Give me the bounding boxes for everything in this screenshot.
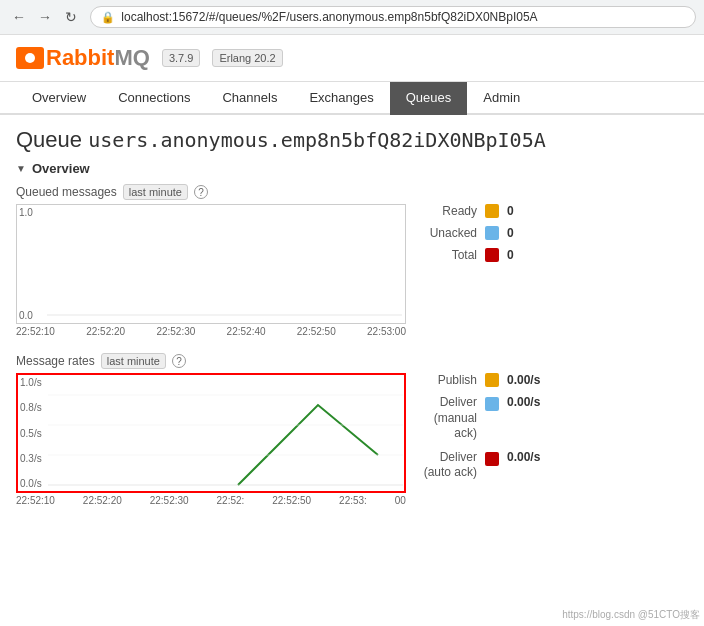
rate-x-label-2: 22:52:30	[150, 495, 189, 506]
message-rates-label: Message rates	[16, 354, 95, 368]
legend-publish-label: Publish	[422, 373, 477, 387]
x-label-0: 22:52:10	[16, 326, 55, 337]
version-badge: 3.7.9	[162, 49, 200, 67]
tab-connections[interactable]: Connections	[102, 82, 206, 115]
y-label-1: 0.8/s	[20, 402, 42, 413]
browser-chrome: ← → ↻ 🔒 localhost:15672/#/queues/%2F/use…	[0, 0, 704, 35]
tab-channels[interactable]: Channels	[206, 82, 293, 115]
queued-messages-chart-area: 1.0 0.0 22:52:10 22:52:20 22:52:30 22:52…	[16, 204, 688, 337]
back-button[interactable]: ←	[8, 6, 30, 28]
legend-deliver-auto-color	[485, 452, 499, 466]
rmq-logo: RabbitMQ	[16, 45, 150, 71]
url-text: localhost:15672/#/queues/%2F/users.anony…	[121, 10, 537, 24]
tab-queues[interactable]: Queues	[390, 82, 468, 115]
y-label-0: 1.0/s	[20, 377, 42, 388]
tab-exchanges[interactable]: Exchanges	[293, 82, 389, 115]
queue-name: users.anonymous.emp8n5bfQ82iDX0NBpI05A	[88, 128, 546, 152]
queued-messages-section: Queued messages last minute ? 1.0 0.0 2	[16, 184, 688, 337]
legend-total-label: Total	[422, 248, 477, 262]
legend-total-color	[485, 248, 499, 262]
message-rates-y-labels: 1.0/s 0.8/s 0.5/s 0.3/s 0.0/s	[20, 375, 42, 491]
rate-x-label-6: 00	[395, 495, 406, 506]
legend-ready-value: 0	[507, 204, 547, 218]
message-rates-x-labels: 22:52:10 22:52:20 22:52:30 22:52: 22:52:…	[16, 495, 406, 506]
browser-nav: ← → ↻	[8, 6, 82, 28]
rate-x-label-1: 22:52:20	[83, 495, 122, 506]
tab-overview[interactable]: Overview	[16, 82, 102, 115]
y-label-bottom: 0.0	[19, 310, 33, 321]
queued-messages-time-badge[interactable]: last minute	[123, 184, 188, 200]
legend-deliver-manual-color	[485, 397, 499, 411]
legend-publish-value: 0.00/s	[507, 373, 547, 387]
title-prefix: Queue	[16, 127, 82, 152]
collapse-triangle-icon: ▼	[16, 163, 26, 174]
queued-messages-legend: Ready 0 Unacked 0 Total 0	[422, 204, 547, 262]
legend-ready: Ready 0	[422, 204, 547, 218]
queued-messages-label: Queued messages	[16, 185, 117, 199]
message-rates-svg	[18, 375, 408, 495]
legend-unacked-value: 0	[507, 226, 547, 240]
message-rates-label-row: Message rates last minute ?	[16, 353, 688, 369]
address-bar[interactable]: 🔒 localhost:15672/#/queues/%2F/users.ano…	[90, 6, 696, 28]
app-header: RabbitMQ 3.7.9 Erlang 20.2	[0, 35, 704, 82]
legend-deliver-auto: Deliver(auto ack) 0.00/s	[422, 450, 547, 481]
legend-deliver-manual-value: 0.00/s	[507, 395, 547, 409]
message-rates-time-badge[interactable]: last minute	[101, 353, 166, 369]
mq-text: MQ	[114, 45, 149, 70]
message-rates-section: Message rates last minute ? 1.0/s 0.8/s …	[16, 353, 688, 506]
page-title: Queue users.anonymous.emp8n5bfQ82iDX0NBp…	[16, 127, 688, 153]
queued-messages-chart: 1.0 0.0	[16, 204, 406, 324]
refresh-button[interactable]: ↻	[60, 6, 82, 28]
rmq-logo-text: RabbitMQ	[46, 45, 150, 71]
message-rates-chart: 1.0/s 0.8/s 0.5/s 0.3/s 0.0/s	[16, 373, 406, 493]
legend-ready-color	[485, 204, 499, 218]
message-rates-chart-wrapper: 1.0/s 0.8/s 0.5/s 0.3/s 0.0/s	[16, 373, 406, 506]
queued-messages-svg	[17, 205, 407, 325]
y-label-top: 1.0	[19, 207, 33, 218]
message-rates-help-icon[interactable]: ?	[172, 354, 186, 368]
y-label-3: 0.3/s	[20, 453, 42, 464]
queued-messages-help-icon[interactable]: ?	[194, 185, 208, 199]
legend-deliver-manual-label: Deliver(manualack)	[422, 395, 477, 442]
queued-messages-chart-wrapper: 1.0 0.0 22:52:10 22:52:20 22:52:30 22:52…	[16, 204, 406, 337]
overview-section-header[interactable]: ▼ Overview	[16, 161, 688, 176]
x-label-4: 22:52:50	[297, 326, 336, 337]
x-label-2: 22:52:30	[156, 326, 195, 337]
queued-messages-x-labels: 22:52:10 22:52:20 22:52:30 22:52:40 22:5…	[16, 326, 406, 337]
x-label-1: 22:52:20	[86, 326, 125, 337]
legend-publish: Publish 0.00/s	[422, 373, 547, 387]
legend-total: Total 0	[422, 248, 547, 262]
rate-x-label-5: 22:53:	[339, 495, 367, 506]
y-label-4: 0.0/s	[20, 478, 42, 489]
rate-x-label-3: 22:52:	[217, 495, 245, 506]
rabbit-logo-icon	[16, 47, 44, 69]
legend-publish-color	[485, 373, 499, 387]
x-label-5: 22:53:00	[367, 326, 406, 337]
legend-unacked-color	[485, 226, 499, 240]
message-rates-legend: Publish 0.00/s Deliver(manualack) 0.00/s…	[422, 373, 547, 481]
rate-x-label-4: 22:52:50	[272, 495, 311, 506]
queued-messages-y-labels: 1.0 0.0	[19, 205, 33, 323]
message-rates-chart-area: 1.0/s 0.8/s 0.5/s 0.3/s 0.0/s	[16, 373, 688, 506]
legend-deliver-auto-value: 0.00/s	[507, 450, 547, 464]
rate-x-label-0: 22:52:10	[16, 495, 55, 506]
legend-deliver-manual: Deliver(manualack) 0.00/s	[422, 395, 547, 442]
nav-tabs: Overview Connections Channels Exchanges …	[0, 82, 704, 115]
main-content: Queue users.anonymous.emp8n5bfQ82iDX0NBp…	[0, 115, 704, 534]
legend-unacked: Unacked 0	[422, 226, 547, 240]
forward-button[interactable]: →	[34, 6, 56, 28]
section-title: Overview	[32, 161, 90, 176]
x-label-3: 22:52:40	[227, 326, 266, 337]
legend-ready-label: Ready	[422, 204, 477, 218]
queued-messages-label-row: Queued messages last minute ?	[16, 184, 688, 200]
erlang-badge: Erlang 20.2	[212, 49, 282, 67]
legend-unacked-label: Unacked	[422, 226, 477, 240]
y-label-2: 0.5/s	[20, 428, 42, 439]
rabbit-text: Rabbit	[46, 45, 114, 70]
lock-icon: 🔒	[101, 11, 115, 23]
legend-total-value: 0	[507, 248, 547, 262]
legend-deliver-auto-label: Deliver(auto ack)	[422, 450, 477, 481]
tab-admin[interactable]: Admin	[467, 82, 536, 115]
